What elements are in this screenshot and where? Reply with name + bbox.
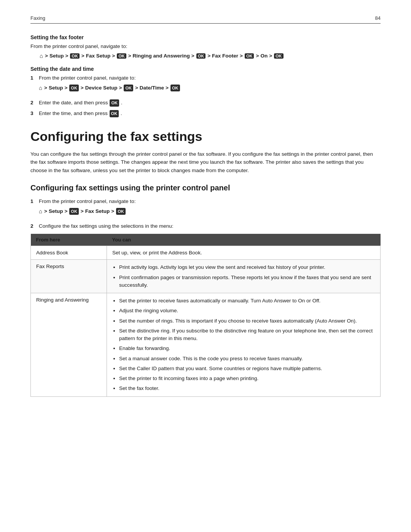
ok-badge-4: OK	[245, 53, 254, 59]
nav-date-time: Date/Time	[140, 84, 164, 92]
list-item: Adjust the ringing volume.	[119, 307, 375, 315]
header-page-number: 84	[375, 15, 381, 21]
header-title: Faxing	[30, 15, 45, 21]
nav-fax-footer: Fax Footer	[212, 53, 238, 59]
ok-badge-11: OK	[69, 208, 79, 215]
nav-fax-setup-2: Fax Setup	[85, 208, 110, 215]
fax-footer-heading: Setting the fax footer	[30, 34, 381, 40]
list-item: Set the printer to receive faxes automat…	[119, 297, 375, 305]
row3-you-can: Set the printer to receive faxes automat…	[107, 293, 381, 397]
configure-body-text: You can configure the fax settings throu…	[30, 150, 381, 175]
nav-fax-setup-1: Fax Setup	[86, 53, 111, 59]
ok-badge-5: OK	[274, 53, 284, 59]
list-item: Print confirmation pages or transmission…	[119, 274, 375, 289]
section-fax-footer: Setting the fax footer From the printer …	[30, 34, 381, 59]
list-item: Set the distinctive ring. If you subscri…	[119, 327, 375, 343]
page-container: Faxing 84 Setting the fax footer From th…	[0, 0, 411, 532]
table-body: Address Book Set up, view, or print the …	[31, 246, 381, 396]
step3-text: Enter the time, and then press	[39, 110, 109, 116]
list-item: Set the Caller ID pattern that you want.…	[119, 365, 375, 372]
nav-device-setup: Device Setup	[85, 84, 118, 92]
ok-badge-12: OK	[116, 208, 126, 215]
ok-badge-2: OK	[117, 53, 126, 59]
ok-badge-7: OK	[124, 85, 133, 92]
home-icon-3: ⌂	[39, 207, 42, 216]
configure-big-heading: Configuring the fax settings	[30, 129, 381, 144]
step2-text: Enter the date, and then press	[39, 100, 109, 105]
list-item: Set the printer to fit incoming faxes in…	[119, 375, 375, 382]
configure-step-1: 1 From the printer control panel, naviga…	[30, 198, 381, 219]
table-row: Address Book Set up, view, or print the …	[31, 246, 381, 260]
row3-from-here: Ringing and Answering	[31, 293, 107, 397]
col-from-here-header: From here	[31, 234, 107, 246]
ok-badge-10: OK	[110, 110, 119, 117]
nav-setup-2: Setup	[49, 84, 63, 92]
table-row: Ringing and Answering Set the printer to…	[31, 293, 381, 397]
configure-steps: 1 From the printer control panel, naviga…	[30, 198, 381, 230]
ok-badge-8: OK	[170, 85, 180, 92]
configure-step2-text: Configure the fax settings using the sel…	[39, 223, 173, 229]
list-item: Print activity logs. Activity logs let y…	[119, 264, 375, 271]
date-time-heading: Setting the date and time	[30, 66, 381, 72]
date-time-nav: ⌂ > Setup > OK > Device Setup > OK > Dat…	[39, 84, 381, 93]
table-row: Fax Reports Print activity logs. Activit…	[31, 260, 381, 293]
configure-step-2: 2 Configure the fax settings using the s…	[30, 222, 381, 230]
list-item: Enable fax forwarding.	[119, 345, 375, 352]
ok-badge-3: OK	[196, 53, 206, 59]
date-time-steps: 1 From the printer control panel, naviga…	[30, 74, 381, 117]
section-date-time: Setting the date and time 1 From the pri…	[30, 66, 381, 117]
date-time-step-2: 2 Enter the date, and then press OK .	[30, 99, 381, 107]
row1-you-can: Set up, view, or print the Address Book.	[107, 246, 381, 260]
nav-ringing-answering: Ringing and Answering	[133, 53, 190, 59]
configure-step1-text: From the printer control panel, navigate…	[39, 198, 135, 204]
configure-sub-heading: Configuring fax settings using the print…	[30, 184, 381, 192]
ok-badge-1: OK	[70, 53, 80, 59]
ok-badge-9: OK	[110, 99, 119, 107]
col-you-can-header: You can	[107, 234, 381, 246]
list-item: Set the fax footer.	[119, 385, 375, 392]
row1-from-here: Address Book	[31, 246, 107, 260]
list-item: Set a manual answer code. This is the co…	[119, 355, 375, 363]
page-header: Faxing 84	[30, 15, 381, 24]
fax-footer-nav: ⌂ > Setup > OK > Fax Setup > OK > Ringin…	[40, 53, 381, 59]
ringing-answering-bullets: Set the printer to receive faxes automat…	[112, 297, 375, 393]
section-configure: Configuring the fax settings You can con…	[30, 129, 381, 397]
table-header-row: From here You can	[31, 234, 381, 246]
nav-setup-1: Setup	[49, 53, 64, 59]
home-icon: ⌂	[40, 53, 43, 59]
configure-nav: ⌂ > Setup > OK > Fax Setup > OK	[39, 207, 381, 216]
date-time-step-3: 3 Enter the time, and then press OK .	[30, 110, 381, 117]
nav-setup-3: Setup	[49, 208, 63, 215]
list-item: Set the number of rings. This is importa…	[119, 317, 375, 325]
date-time-step-1: 1 From the printer control panel, naviga…	[30, 74, 381, 96]
nav-on: On	[260, 53, 268, 59]
settings-table: From here You can Address Book Set up, v…	[30, 234, 381, 396]
step1-text: From the printer control panel, navigate…	[39, 75, 135, 81]
ok-badge-6: OK	[69, 85, 79, 92]
home-icon-2: ⌂	[39, 84, 42, 93]
row2-from-here: Fax Reports	[31, 260, 107, 293]
row2-you-can: Print activity logs. Activity logs let y…	[107, 260, 381, 293]
fax-reports-bullets: Print activity logs. Activity logs let y…	[112, 264, 375, 289]
fax-footer-intro: From the printer control panel, navigate…	[30, 43, 381, 50]
